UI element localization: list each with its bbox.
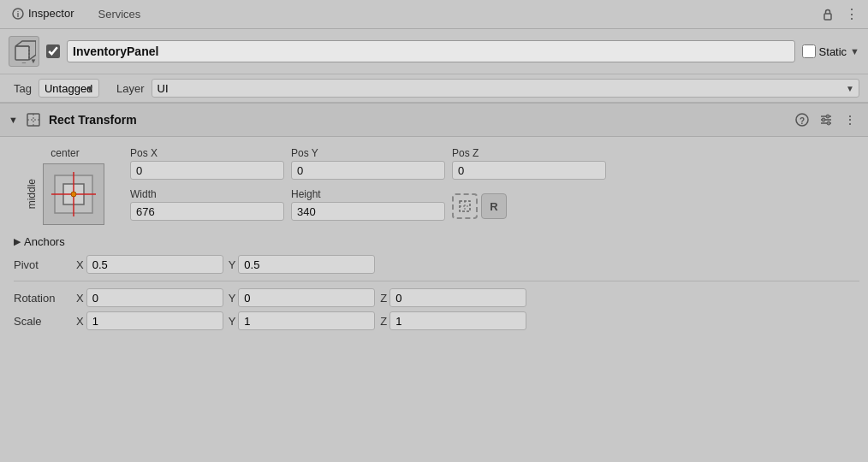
- pivot-label: Pivot: [14, 258, 69, 271]
- pivot-y-input[interactable]: [238, 255, 375, 274]
- component-icon: [25, 111, 42, 128]
- scale-y-item: Y: [229, 311, 376, 330]
- rotation-y-label: Y: [229, 292, 236, 305]
- lock-icon[interactable]: [818, 5, 837, 24]
- tag-select[interactable]: Untagged: [39, 79, 99, 98]
- svg-rect-2: [824, 14, 831, 20]
- svg-rect-5: [27, 114, 39, 126]
- rotation-z-item: Z: [380, 288, 526, 307]
- pivot-x-input[interactable]: [86, 255, 223, 274]
- object-name-input[interactable]: [67, 40, 795, 62]
- static-label: Static: [819, 45, 847, 58]
- svg-point-15: [827, 121, 830, 125]
- pos-y-input[interactable]: [291, 161, 445, 180]
- component-menu-btn[interactable]: ⋮: [841, 110, 859, 129]
- component-sliders-btn[interactable]: [817, 110, 835, 129]
- pos-z-item: Pos Z: [452, 147, 606, 180]
- static-checkbox[interactable]: [802, 44, 816, 58]
- pos-x-item: Pos X: [130, 147, 284, 180]
- object-icon-dropdown: ▼: [30, 57, 37, 65]
- anchor-center-label: center: [51, 147, 79, 159]
- active-checkbox[interactable]: [46, 44, 60, 58]
- pos-z-input[interactable]: [452, 161, 606, 180]
- anchor-box[interactable]: [43, 163, 104, 225]
- tab-inspector-label: Inspector: [28, 7, 74, 20]
- height-label: Height: [291, 188, 445, 200]
- svg-point-13: [826, 115, 829, 118]
- height-input[interactable]: [291, 202, 445, 221]
- scale-xyz: X Y Z: [76, 311, 526, 330]
- width-label: Width: [130, 188, 284, 200]
- scale-x-input[interactable]: [86, 311, 223, 330]
- tab-inspector[interactable]: i Inspector: [0, 0, 86, 28]
- pivot-xyz: X Y: [76, 255, 375, 274]
- scale-z-item: Z: [380, 311, 526, 330]
- rotation-x-input[interactable]: [86, 288, 223, 307]
- anchor-box-row: middle: [26, 163, 104, 225]
- scale-z-input[interactable]: [389, 311, 526, 330]
- rotation-xyz: X Y Z: [76, 288, 526, 307]
- static-row: Static ▼: [802, 44, 859, 58]
- scale-x-label: X: [76, 315, 84, 328]
- rotation-y-item: Y: [229, 288, 376, 307]
- anchor-widget: center middle: [14, 147, 116, 225]
- scale-row: Scale X Y Z: [14, 311, 859, 330]
- pos-z-label: Pos Z: [452, 147, 606, 159]
- tag-select-wrapper: Untagged ▼: [39, 79, 99, 98]
- pos-x-input[interactable]: [130, 161, 284, 180]
- pivot-x-label: X: [76, 258, 84, 271]
- width-item: Width: [130, 188, 284, 221]
- anchors-toggle-arrow[interactable]: ▶: [14, 236, 21, 247]
- rotation-label: Rotation: [14, 292, 69, 305]
- rotation-x-label: X: [76, 292, 84, 305]
- pos-fields-section: Pos X Pos Y Pos Z Width: [130, 147, 859, 221]
- scale-x-item: X: [76, 311, 223, 330]
- svg-text:?: ?: [800, 116, 805, 126]
- scale-y-label: Y: [229, 315, 236, 328]
- pivot-y-label: Y: [229, 258, 236, 271]
- anchor-middle-label: middle: [26, 179, 38, 209]
- scale-y-input[interactable]: [238, 311, 375, 330]
- anchor-area: center middle: [14, 147, 859, 225]
- blueprint-btn[interactable]: [452, 193, 478, 219]
- object-icon: ▼ ▼: [9, 36, 39, 67]
- tab-services-label: Services: [98, 8, 140, 21]
- width-input[interactable]: [130, 202, 284, 221]
- scale-label: Scale: [14, 315, 69, 328]
- svg-text:▼: ▼: [21, 61, 27, 63]
- pos-x-label: Pos X: [130, 147, 284, 159]
- anchor-diagram: [48, 169, 99, 220]
- rotation-z-label: Z: [380, 292, 387, 305]
- height-item: Height: [291, 188, 445, 221]
- component-collapse-arrow[interactable]: ▼: [9, 115, 18, 125]
- anchors-row: ▶ Anchors: [14, 235, 859, 248]
- component-help-btn[interactable]: ?: [793, 110, 812, 129]
- object-header: ▼ ▼ Static ▼: [0, 29, 868, 74]
- svg-point-20: [71, 192, 76, 197]
- component-actions: ? ⋮: [793, 110, 859, 129]
- rect-content: center middle: [0, 137, 868, 341]
- rotation-y-input[interactable]: [238, 288, 375, 307]
- static-dropdown-arrow[interactable]: ▼: [850, 46, 859, 56]
- anchors-title: Anchors: [24, 235, 65, 248]
- pivot-y-item: Y: [229, 255, 376, 274]
- tab-bar: i Inspector Services ⋮: [0, 0, 868, 29]
- svg-text:i: i: [17, 10, 20, 19]
- pivot-x-item: X: [76, 255, 223, 274]
- tab-bar-right: ⋮: [818, 5, 868, 24]
- pos-y-label: Pos Y: [291, 147, 445, 159]
- layer-label: Layer: [116, 82, 145, 95]
- rotation-z-input[interactable]: [389, 288, 526, 307]
- tag-layer-row: Tag Untagged ▼ Layer UI ▼: [0, 74, 868, 103]
- info-icon: i: [12, 8, 24, 20]
- layer-select[interactable]: UI: [152, 79, 860, 98]
- tab-services[interactable]: Services: [86, 0, 152, 28]
- divider-1: [14, 281, 859, 281]
- layer-select-wrapper: UI ▼: [152, 79, 860, 98]
- scale-z-label: Z: [380, 315, 387, 328]
- r-btn[interactable]: R: [481, 193, 507, 219]
- pos-row: Pos X Pos Y Pos Z: [130, 147, 859, 180]
- more-options-icon[interactable]: ⋮: [842, 5, 861, 24]
- rotation-row: Rotation X Y Z: [14, 288, 859, 307]
- pos-y-item: Pos Y: [291, 147, 445, 180]
